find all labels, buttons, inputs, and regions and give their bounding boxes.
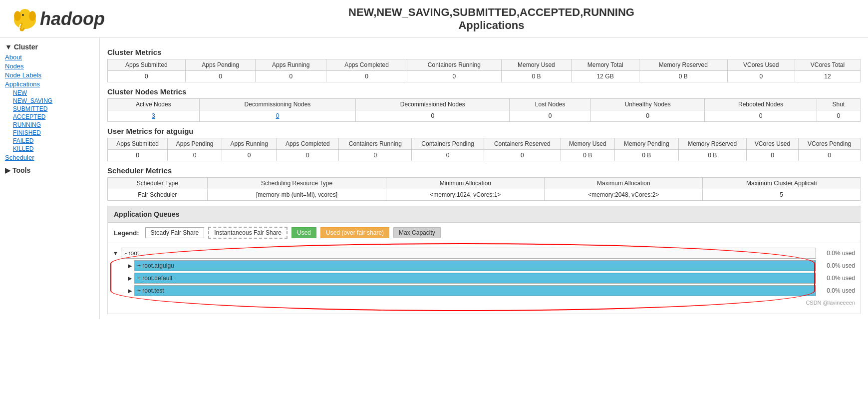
user-metrics-title: User Metrics for atguigu	[107, 127, 861, 135]
logo: hadoop	[10, 5, 105, 32]
sidebar-cluster-section: ▼ Cluster About Nodes Node Labels Applic…	[5, 43, 94, 161]
cn-header-4: Unhealthy Nodes	[591, 99, 705, 110]
sm-val-2: <memory:1024, vCores:1>	[386, 189, 545, 201]
queue-row-root: ▼ .- root 0.0% used	[113, 248, 855, 259]
cm-header-7: Memory Reserved	[639, 59, 727, 71]
queue-toggle-root[interactable]: ▼	[113, 250, 118, 256]
queue-name-test: + root.test	[137, 287, 164, 294]
um-val-9: 0 B	[678, 150, 746, 161]
cluster-metrics-title: Cluster Metrics	[107, 48, 861, 56]
cm-header-3: Apps Completed	[326, 59, 407, 71]
legend-used-over[interactable]: Used (over fair share)	[320, 227, 389, 238]
queue-bar-root: .- root 0.0% used	[121, 248, 855, 259]
legend-steady-fair[interactable]: Steady Fair Share	[145, 227, 205, 238]
svg-point-5	[29, 11, 36, 21]
sidebar-item-nodes[interactable]: Nodes	[5, 62, 94, 70]
um-val-3: 0	[277, 150, 339, 161]
cm-header-2: Apps Running	[256, 59, 326, 71]
sm-val-4: 5	[703, 189, 861, 201]
queue-bar-teal-test: + root.test	[135, 286, 816, 296]
sidebar-tools-title[interactable]: ▶ Tools	[5, 166, 94, 174]
um-val-8: 0 B	[615, 150, 679, 161]
scheduler-metrics-row: Fair Scheduler [memory-mb (unit=Mi), vco…	[108, 189, 861, 201]
svg-point-6	[22, 14, 24, 16]
sidebar-item-node-labels[interactable]: Node Labels	[5, 71, 94, 79]
queue-toggle-atguigu[interactable]: ▶	[128, 263, 132, 269]
cm-header-6: Memory Total	[572, 59, 639, 71]
cn-val-5: 0	[705, 110, 817, 122]
um-header-0: Apps Submitted	[108, 138, 168, 150]
cn-val-1[interactable]: 0	[199, 110, 356, 122]
cluster-arrow-icon: ▼	[5, 43, 12, 51]
cm-header-5: Memory Used	[501, 59, 572, 71]
queue-row-default: ▶ + root.default 0.0% used	[113, 273, 855, 284]
cn-val-0[interactable]: 3	[108, 110, 200, 122]
queue-bar-teal-atguigu: + root.atguigu	[135, 261, 816, 271]
um-val-11: 0	[799, 150, 861, 161]
um-header-1: Apps Pending	[168, 138, 222, 150]
cluster-nodes-table: Active Nodes Decommissioning Nodes Decom…	[107, 98, 861, 122]
sidebar-item-applications[interactable]: Applications	[5, 80, 94, 88]
cm-val-0: 0	[108, 71, 186, 82]
cn-header-5: Rebooted Nodes	[705, 99, 817, 110]
queue-toggle-test[interactable]: ▶	[128, 288, 132, 294]
sidebar-item-scheduler[interactable]: Scheduler	[5, 154, 94, 161]
legend-instantaneous-fair[interactable]: Instantaneous Fair Share	[208, 227, 288, 239]
user-metrics-row: 0 0 0 0 0 0 0 0 B 0 B 0 B 0 0	[108, 150, 861, 161]
sidebar-item-about[interactable]: About	[5, 53, 94, 61]
cluster-nodes-row: 3 0 0 0 0 0 0	[108, 110, 861, 122]
sm-header-1: Scheduling Resource Type	[207, 178, 386, 189]
page-title-line1: NEW,NEW_SAVING,SUBMITTED,ACCEPTED,RUNNIN…	[125, 6, 858, 19]
sidebar-cluster-title[interactable]: ▼ Cluster	[5, 43, 94, 51]
cn-val-4: 0	[591, 110, 705, 122]
cluster-metrics-row: 0 0 0 0 0 0 B 12 GB 0 B 0 12	[108, 71, 861, 82]
um-header-4: Containers Running	[339, 138, 412, 150]
queue-toggle-default[interactable]: ▶	[128, 275, 132, 282]
cn-val-6: 0	[817, 110, 860, 122]
cm-val-9: 12	[795, 71, 860, 82]
cn-val-2: 0	[356, 110, 510, 122]
sidebar-item-killed[interactable]: KILLED	[13, 145, 94, 152]
queue-bar-wrapper-root: .- root	[121, 248, 816, 259]
sidebar-item-failed[interactable]: FAILED	[13, 137, 94, 144]
um-val-7: 0 B	[561, 150, 615, 161]
cn-val-3: 0	[510, 110, 591, 122]
header: hadoop NEW,NEW_SAVING,SUBMITTED,ACCEPTED…	[0, 0, 868, 38]
legend-label: Legend:	[114, 229, 139, 237]
cluster-metrics-table: Apps Submitted Apps Pending Apps Running…	[107, 59, 861, 82]
sidebar-sublinks: NEW NEW_SAVING SUBMITTED ACCEPTED RUNNIN…	[5, 89, 94, 152]
cm-header-4: Containers Running	[407, 59, 502, 71]
cm-val-5: 0 B	[501, 71, 572, 82]
cm-header-0: Apps Submitted	[108, 59, 186, 71]
sidebar-item-new[interactable]: NEW	[13, 89, 94, 96]
svg-point-3	[20, 9, 30, 16]
sidebar-item-submitted[interactable]: SUBMITTED	[13, 105, 94, 112]
legend-max-capacity[interactable]: Max Capacity	[393, 227, 441, 238]
sidebar-item-running[interactable]: RUNNING	[13, 121, 94, 128]
watermark: CSDN @lavineeeen	[806, 300, 855, 306]
sidebar: ▼ Cluster About Nodes Node Labels Applic…	[0, 38, 100, 319]
queue-row-test: ▶ + root.test 0.0% used	[113, 285, 855, 296]
um-header-7: Memory Used	[561, 138, 615, 150]
sidebar-item-new-saving[interactable]: NEW_SAVING	[13, 97, 94, 104]
queue-bar-default: + root.default 0.0% used	[134, 273, 855, 284]
um-header-3: Apps Completed	[277, 138, 339, 150]
um-val-10: 0	[746, 150, 799, 161]
logo-text: hadoop	[40, 8, 105, 29]
main-layout: ▼ Cluster About Nodes Node Labels Applic…	[0, 38, 868, 319]
cm-header-1: Apps Pending	[185, 59, 256, 71]
cn-header-0: Active Nodes	[108, 99, 200, 110]
um-val-6: 0	[484, 150, 561, 161]
legend-used[interactable]: Used	[291, 227, 316, 238]
app-queues-container: Application Queues Legend: Steady Fair S…	[107, 206, 861, 314]
um-header-6: Containers Reserved	[484, 138, 561, 150]
tools-arrow-icon: ▶	[5, 166, 10, 174]
cm-val-4: 0	[407, 71, 502, 82]
sm-header-3: Maximum Allocation	[545, 178, 703, 189]
sidebar-item-finished[interactable]: FINISHED	[13, 129, 94, 136]
cm-val-1: 0	[185, 71, 256, 82]
hadoop-logo-icon	[10, 5, 40, 32]
sidebar-item-accepted[interactable]: ACCEPTED	[13, 113, 94, 120]
cluster-nodes-title: Cluster Nodes Metrics	[107, 87, 861, 96]
queue-used-root: 0.0% used	[820, 250, 855, 257]
